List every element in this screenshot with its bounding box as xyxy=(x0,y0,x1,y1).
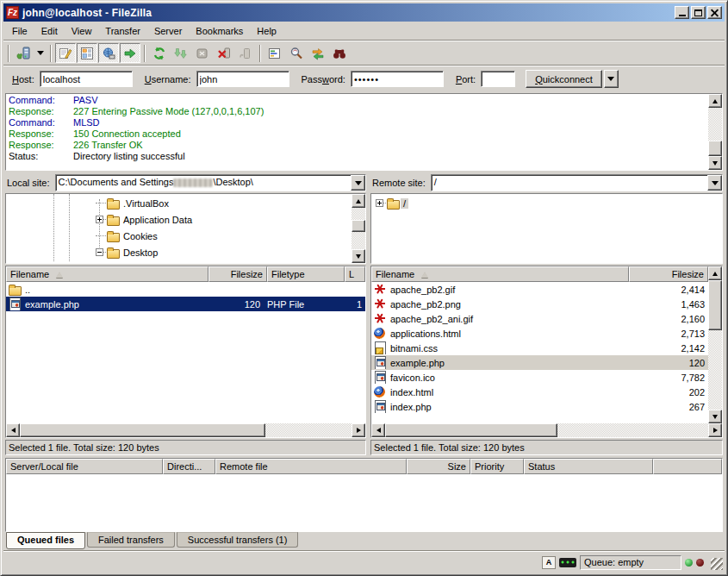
tree-item-cookies[interactable]: Cookies xyxy=(6,228,352,244)
maximize-button[interactable] xyxy=(691,6,706,19)
scroll-up-button[interactable] xyxy=(708,94,722,108)
scroll-track[interactable] xyxy=(352,208,365,220)
scroll-track[interactable] xyxy=(708,108,722,141)
directory-comparison-button[interactable] xyxy=(286,43,307,63)
scroll-left-button[interactable] xyxy=(6,423,20,437)
transfer-queue-icon xyxy=(123,47,137,60)
file-row-example-php[interactable]: example.php 120 PHP File 1 xyxy=(6,297,365,311)
column-header-remote-file[interactable]: Remote file xyxy=(215,459,407,474)
menu-bookmarks[interactable]: Bookmarks xyxy=(189,24,250,38)
tab-failed-transfers[interactable]: Failed transfers xyxy=(87,532,175,548)
file-row-example-php[interactable]: example.php120 xyxy=(371,355,708,370)
toggle-transfer-queue-button[interactable] xyxy=(120,43,140,63)
file-row[interactable]: bitnami.css2,142 xyxy=(371,341,708,355)
local-list-hscrollbar[interactable] xyxy=(6,423,365,437)
directory-listing-filters-button[interactable] xyxy=(264,43,285,63)
column-header-direction[interactable]: Directi... xyxy=(163,459,215,474)
scroll-track[interactable] xyxy=(557,423,708,437)
close-button[interactable] xyxy=(707,6,722,19)
column-header-size[interactable]: Size xyxy=(407,459,470,474)
synchronized-browsing-button[interactable] xyxy=(308,43,328,63)
menu-server[interactable]: Server xyxy=(147,24,189,38)
column-header-lastmodified[interactable]: L xyxy=(345,266,365,282)
menu-transfer[interactable]: Transfer xyxy=(98,24,147,38)
minimize-button[interactable] xyxy=(675,6,689,19)
scroll-track[interactable] xyxy=(708,330,722,410)
scroll-down-button[interactable] xyxy=(708,410,722,423)
remote-site-combobox[interactable]: / xyxy=(431,174,723,191)
reconnect-button[interactable] xyxy=(235,43,256,63)
file-row-parent-dir[interactable]: .. xyxy=(6,282,365,297)
password-input[interactable] xyxy=(351,71,444,87)
file-row[interactable]: index.php267 xyxy=(371,399,708,414)
tab-queued-files[interactable]: Queued files xyxy=(6,532,85,549)
tree-item-virtualbox[interactable]: .VirtualBox xyxy=(6,195,352,211)
column-header-status[interactable]: Status xyxy=(524,459,653,474)
log-text: MLSD xyxy=(73,117,708,128)
scroll-right-button[interactable] xyxy=(352,423,365,437)
toggle-local-tree-button[interactable] xyxy=(77,43,97,63)
column-header-filesize[interactable]: Filesize xyxy=(629,266,708,282)
local-site-combobox[interactable]: C:\Documents and Settings\Desktop\ xyxy=(55,174,366,191)
scroll-thumb[interactable] xyxy=(352,220,365,232)
site-manager-dropdown-button[interactable] xyxy=(34,43,47,63)
local-site-dropdown-button[interactable] xyxy=(351,175,365,191)
expand-icon[interactable] xyxy=(96,216,103,223)
disconnect-button[interactable] xyxy=(214,43,234,63)
scroll-thumb[interactable] xyxy=(708,141,722,156)
menu-view[interactable]: View xyxy=(65,24,99,38)
column-header-filetype[interactable]: Filetype xyxy=(267,266,345,282)
tab-successful-transfers[interactable]: Successful transfers (1) xyxy=(177,532,299,548)
port-input[interactable] xyxy=(481,71,515,87)
file-row[interactable]: favicon.ico7,782 xyxy=(371,370,708,385)
column-header-filename[interactable]: Filename xyxy=(6,266,208,282)
host-input[interactable] xyxy=(40,71,133,87)
column-header-server-local-file[interactable]: Server/Local file xyxy=(6,459,163,474)
cancel-operation-button[interactable] xyxy=(192,43,213,63)
expand-icon[interactable] xyxy=(376,199,383,207)
toggle-message-log-button[interactable] xyxy=(55,43,76,63)
remote-site-dropdown-button[interactable] xyxy=(707,175,722,191)
scroll-left-button[interactable] xyxy=(371,423,385,437)
refresh-button[interactable] xyxy=(149,43,170,63)
quickconnect-dropdown-button[interactable] xyxy=(604,70,619,88)
scroll-thumb[interactable] xyxy=(385,423,557,437)
scroll-down-button[interactable] xyxy=(352,249,365,263)
scroll-track[interactable] xyxy=(265,423,352,437)
file-row[interactable]: apache_pb2_ani.gif2,160 xyxy=(371,311,708,326)
scroll-right-button[interactable] xyxy=(708,423,722,437)
column-header-priority[interactable]: Priority xyxy=(470,459,524,474)
scroll-up-button[interactable] xyxy=(352,194,365,208)
menu-help[interactable]: Help xyxy=(250,24,283,38)
local-tree-scrollbar[interactable] xyxy=(352,194,365,263)
remote-list-scrollbar[interactable] xyxy=(708,266,722,423)
file-row[interactable]: apache_pb2.png1,463 xyxy=(371,297,708,311)
scroll-down-button[interactable] xyxy=(708,156,722,170)
remote-list-hscrollbar[interactable] xyxy=(371,423,722,437)
file-row[interactable]: applications.html2,713 xyxy=(371,326,708,341)
scroll-thumb[interactable] xyxy=(708,280,722,330)
file-row[interactable]: apache_pb2.gif2,414 xyxy=(371,282,708,297)
process-queue-button[interactable] xyxy=(171,43,191,63)
column-header-filesize[interactable]: Filesize xyxy=(208,266,267,282)
log-scrollbar[interactable] xyxy=(708,94,722,170)
collapse-icon[interactable] xyxy=(96,248,103,256)
tree-item-root[interactable]: / xyxy=(371,195,722,211)
scroll-thumb[interactable] xyxy=(20,423,265,437)
menu-file[interactable]: File xyxy=(5,24,34,38)
file-name: apache_pb2_ani.gif xyxy=(390,314,473,324)
scroll-track[interactable] xyxy=(352,232,365,249)
site-manager-button[interactable] xyxy=(13,43,34,63)
username-input[interactable] xyxy=(196,71,289,87)
toggle-remote-tree-button[interactable] xyxy=(98,43,119,63)
find-files-button[interactable] xyxy=(329,43,350,63)
tree-item-desktop[interactable]: Desktop xyxy=(6,244,352,260)
tree-item-application-data[interactable]: Application Data xyxy=(6,211,352,228)
quickconnect-button[interactable]: Quickconnect xyxy=(526,70,602,88)
scroll-up-button[interactable] xyxy=(708,266,722,280)
file-row[interactable]: index.html202 xyxy=(371,385,708,399)
file-name: applications.html xyxy=(390,329,461,339)
resize-grip[interactable] xyxy=(711,558,723,570)
column-header-filename[interactable]: Filename xyxy=(371,266,629,282)
menu-edit[interactable]: Edit xyxy=(34,24,65,38)
